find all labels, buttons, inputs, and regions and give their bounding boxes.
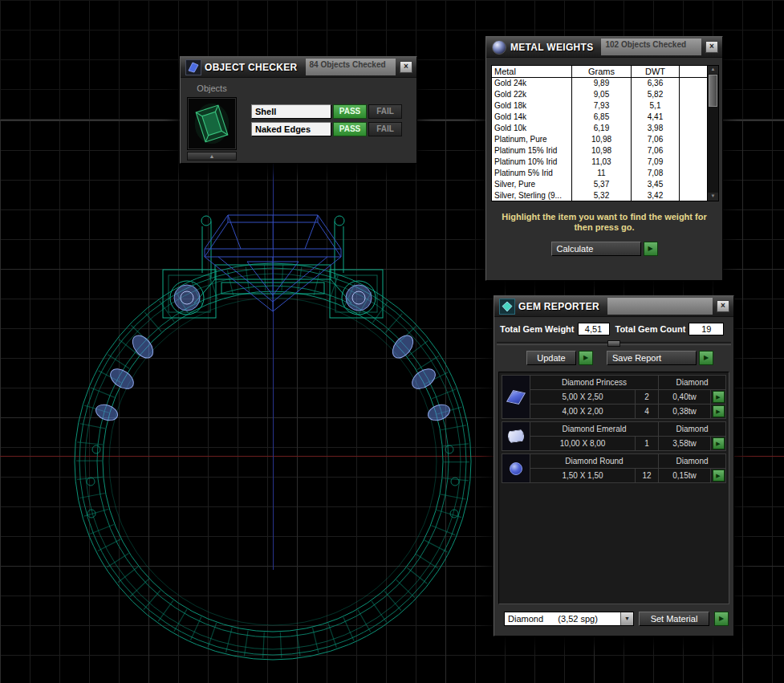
metal-grams-cell: 11 [572, 168, 632, 179]
objects-label: Objects [187, 83, 237, 93]
object-preview-thumbnail[interactable] [187, 97, 237, 150]
gem-size-cell[interactable]: 5,00 X 2,50 [530, 390, 635, 404]
gem-count-cell[interactable]: 1 [636, 437, 658, 450]
material-dropdown[interactable]: Diamond (3,52 spg) ▼ [504, 612, 634, 626]
gem-size-cell[interactable]: 4,00 X 2,00 [530, 405, 635, 418]
gem-weight-cell[interactable]: 0,15tw [659, 469, 710, 482]
object-checker-panel: OBJECT CHECKER 84 Objects Checked × Obje… [180, 56, 417, 164]
gem-count-cell[interactable]: 2 [636, 390, 658, 404]
metal-name-cell: Gold 10k [492, 123, 572, 134]
gem-size-cell[interactable]: 1,50 X 1,50 [530, 469, 635, 482]
gem-material-cell: Diamond [659, 422, 725, 436]
metal-row[interactable]: Platinum, Pure 10,98 7,06 [492, 134, 707, 145]
metal-grams-cell: 10,98 [572, 134, 632, 145]
close-icon[interactable]: × [717, 300, 729, 312]
total-gem-weight-label: Total Gem Weight [498, 324, 575, 334]
object-checker-titlebar[interactable]: OBJECT CHECKER 84 Objects Checked × [181, 57, 416, 78]
splitter-handle[interactable] [607, 340, 620, 347]
gem-select-icon[interactable]: ▶ [713, 405, 725, 417]
metal-row[interactable]: Silver, Sterling (9... 5,32 3,42 [492, 190, 707, 201]
total-gem-count-value: 19 [689, 323, 724, 335]
dropdown-arrow-icon[interactable]: ▼ [620, 612, 633, 625]
scroll-up-icon[interactable]: ▲ [708, 66, 718, 74]
metal-row[interactable]: Silver, Pure 5,37 3,45 [492, 179, 707, 190]
set-material-button[interactable]: Set Material [639, 612, 709, 626]
metal-grams-cell: 10,98 [572, 145, 632, 157]
scrollbar-thumb[interactable] [709, 75, 717, 107]
gem-material-cell: Diamond [659, 376, 725, 389]
metal-spacer-cell [680, 112, 707, 123]
objects-list-scroll-up[interactable]: ▲ [187, 152, 237, 161]
metal-name-cell: Platinum, Pure [492, 134, 572, 145]
metal-name-cell: Platinum 5% Irid [492, 168, 572, 179]
objects-checked-status: 84 Objects Checked [306, 59, 396, 75]
gem-weight-cell[interactable]: 3,58tw [659, 437, 710, 450]
gem-weight-cell[interactable]: 0,38tw [659, 405, 710, 418]
check-label: Naked Edges [251, 122, 331, 136]
up-arrow-icon: ▲ [209, 153, 215, 159]
metal-dwt-cell: 7,06 [632, 145, 680, 157]
gem-reporter-titlebar[interactable]: GEM REPORTER × [494, 296, 733, 317]
update-button[interactable]: Update [526, 351, 576, 365]
metal-table-header: Metal Grams DWT [492, 66, 707, 78]
metal-grams-cell: 9,05 [572, 89, 632, 100]
gem-count-cell[interactable]: 12 [636, 469, 658, 482]
metal-weights-titlebar[interactable]: METAL WEIGHTS 102 Objects Checked × [486, 37, 722, 58]
calculate-button[interactable]: Calculate [551, 242, 641, 256]
column-header: DWT [632, 66, 680, 77]
gem-size-cell[interactable]: 10,00 X 8,00 [530, 437, 635, 450]
metal-row[interactable]: Gold 10k 6,19 3,98 [492, 123, 707, 134]
gem-row-arrow-cell: ▶ [711, 437, 725, 450]
metal-row[interactable]: Gold 24k 9,89 6,36 [492, 78, 707, 89]
table-scrollbar[interactable]: ▲ ▼ [707, 66, 718, 201]
gem-select-icon[interactable]: ▶ [713, 470, 725, 482]
metal-dwt-cell: 3,45 [632, 179, 680, 190]
gem-reporter-icon [499, 299, 515, 315]
gem-row-arrow-cell: ▶ [711, 390, 725, 404]
check-label: Shell [251, 104, 331, 119]
fail-button[interactable]: FAIL [368, 104, 402, 119]
metal-spacer-cell [680, 134, 707, 145]
metal-row[interactable]: Platinum 5% Irid 11 7,08 [492, 168, 707, 179]
gem-weight-cell[interactable]: 0,40tw [659, 390, 710, 404]
metal-table-body: Metal Grams DWT Gold 24k 9,89 6,36 Gold … [492, 66, 707, 201]
gem-type-icon[interactable] [502, 376, 530, 418]
gem-select-icon[interactable]: ▶ [713, 391, 725, 403]
gem-select-icon[interactable]: ▶ [713, 437, 725, 449]
pass-button[interactable]: PASS [333, 122, 367, 136]
save-report-go-icon[interactable]: ▶ [699, 351, 713, 365]
close-icon[interactable]: × [400, 61, 412, 73]
fail-button[interactable]: FAIL [368, 122, 402, 136]
gem-type-icon[interactable] [502, 422, 530, 450]
metal-grams-cell: 5,37 [572, 179, 632, 190]
metal-row[interactable]: Gold 14k 6,85 4,41 [492, 112, 707, 123]
gem-row-arrow-cell: ▶ [711, 405, 725, 418]
gem-name-cell: Diamond Round [530, 454, 658, 468]
metal-spacer-cell [680, 145, 707, 157]
set-material-go-icon[interactable]: ▶ [714, 612, 729, 626]
calculate-row: Calculate ▶ [486, 242, 722, 256]
metal-row[interactable]: Gold 22k 9,05 5,82 [492, 89, 707, 100]
metal-row[interactable]: Gold 18k 7,93 5,1 [492, 100, 707, 112]
metal-row[interactable]: Platinum 15% Irid 10,98 7,06 [492, 145, 707, 157]
gem-type-icon[interactable] [502, 454, 530, 482]
pass-button[interactable]: PASS [333, 104, 367, 119]
scroll-down-icon[interactable]: ▼ [708, 193, 718, 201]
calculate-go-icon[interactable]: ▶ [644, 242, 658, 256]
update-go-icon[interactable]: ▶ [579, 351, 593, 365]
gem-totals-row: Total Gem Weight 4,51 Total Gem Count 19 [498, 322, 730, 336]
column-header: Grams [572, 66, 632, 77]
gem-row-arrow-cell: ▶ [711, 469, 725, 482]
metal-name-cell: Silver, Sterling (9... [492, 190, 572, 201]
check-row-shell: Shell PASS FAIL [251, 104, 402, 119]
save-report-button[interactable]: Save Report [607, 351, 697, 365]
metal-name-cell: Gold 18k [492, 100, 572, 112]
close-icon[interactable]: × [705, 41, 718, 53]
metal-row[interactable]: Platinum 10% Irid 11,03 7,09 [492, 157, 707, 168]
gem-count-cell[interactable]: 4 [636, 405, 658, 418]
metal-name-cell: Gold 14k [492, 112, 572, 123]
object-checker-icon [185, 59, 201, 75]
metal-grams-cell: 11,03 [572, 157, 632, 168]
instruction-line-2: then press go. [486, 222, 722, 233]
metal-name-cell: Gold 24k [492, 78, 572, 89]
